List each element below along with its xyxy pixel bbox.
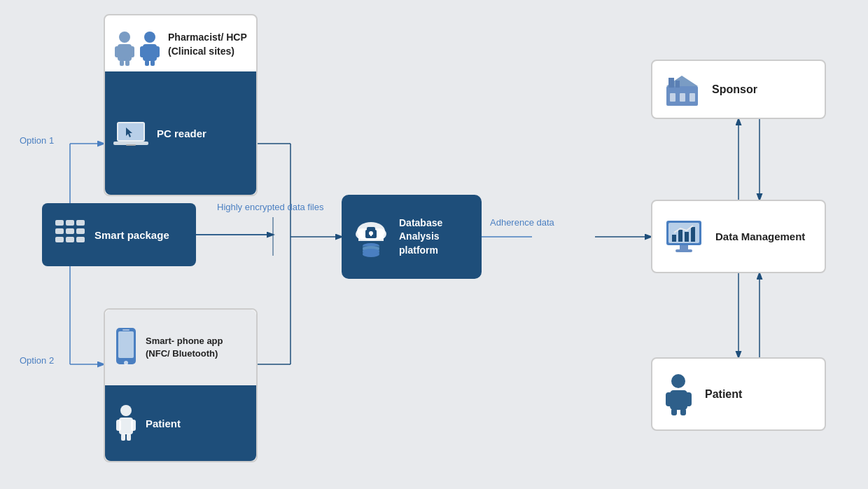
svg-rect-41 <box>66 237 74 242</box>
svg-rect-70 <box>670 93 676 102</box>
svg-rect-40 <box>55 237 64 242</box>
svg-point-65 <box>363 249 379 254</box>
svg-rect-69 <box>676 81 680 88</box>
svg-rect-75 <box>672 235 676 242</box>
db-platform-label: Database Analysis platform <box>399 216 473 258</box>
svg-rect-68 <box>668 78 674 88</box>
data-management-label: Data Management <box>715 229 805 244</box>
svg-rect-20 <box>130 46 134 57</box>
svg-rect-27 <box>145 60 149 66</box>
svg-rect-39 <box>76 228 85 234</box>
svg-rect-46 <box>122 329 130 331</box>
svg-rect-42 <box>76 237 85 242</box>
db-platform-box: Database Analysis platform <box>342 195 482 279</box>
svg-rect-52 <box>127 434 131 441</box>
pharmacist-label: Pharmacist/ HCP (Clinical sites) <box>168 31 248 58</box>
svg-rect-19 <box>115 46 120 57</box>
option2-label: Option 2 <box>20 355 54 366</box>
svg-rect-21 <box>120 60 124 66</box>
svg-rect-77 <box>685 232 689 242</box>
pharmacist-box: Pharmacist/ HCP (Clinical sites) PC read… <box>104 14 258 196</box>
encrypted-label: Highly encrypted data files <box>217 202 323 214</box>
patient-bottom-label: Patient <box>146 418 181 429</box>
pc-reader-label: PC reader <box>157 128 206 139</box>
svg-rect-36 <box>76 220 85 226</box>
svg-point-45 <box>124 361 128 365</box>
svg-point-23 <box>144 32 155 43</box>
svg-rect-38 <box>66 228 74 234</box>
patient-right-label: Patient <box>705 388 742 401</box>
smart-package-label: Smart package <box>94 229 169 241</box>
svg-rect-72 <box>690 93 695 102</box>
smartphone-box: Smart- phone app (NFC/ Bluetooth) Patien… <box>104 308 258 462</box>
svg-point-47 <box>120 405 132 416</box>
svg-rect-25 <box>140 46 145 57</box>
svg-rect-22 <box>125 60 130 66</box>
svg-rect-35 <box>66 220 74 226</box>
svg-rect-80 <box>676 249 692 252</box>
svg-rect-28 <box>150 60 155 66</box>
svg-rect-82 <box>670 390 687 410</box>
option1-label: Option 1 <box>20 135 54 146</box>
smartphone-app-label: Smart- phone app (NFC/ Bluetooth) <box>146 335 248 360</box>
sponsor-box: Sponsor <box>651 60 826 119</box>
svg-rect-84 <box>685 392 692 406</box>
svg-point-81 <box>671 374 685 388</box>
svg-rect-33 <box>126 144 136 146</box>
svg-rect-79 <box>680 245 688 249</box>
svg-rect-44 <box>118 331 134 358</box>
svg-rect-34 <box>55 220 64 226</box>
svg-point-17 <box>119 32 130 43</box>
svg-rect-26 <box>155 46 160 57</box>
svg-rect-37 <box>55 228 64 234</box>
sponsor-label: Sponsor <box>712 83 757 96</box>
svg-rect-71 <box>680 93 685 102</box>
svg-rect-78 <box>691 227 695 242</box>
svg-rect-76 <box>678 230 682 242</box>
svg-rect-51 <box>121 434 125 441</box>
patient-right-box: Patient <box>651 357 826 431</box>
svg-rect-85 <box>671 408 677 415</box>
svg-rect-30 <box>118 123 144 140</box>
svg-rect-83 <box>666 392 672 406</box>
svg-rect-49 <box>116 420 121 431</box>
adherence-label: Adherence data <box>490 217 554 229</box>
svg-rect-86 <box>680 408 686 415</box>
data-management-box: Data Management <box>651 200 826 273</box>
svg-rect-50 <box>131 420 136 431</box>
svg-rect-60 <box>370 233 372 236</box>
smart-package-box: Smart package <box>42 203 196 266</box>
